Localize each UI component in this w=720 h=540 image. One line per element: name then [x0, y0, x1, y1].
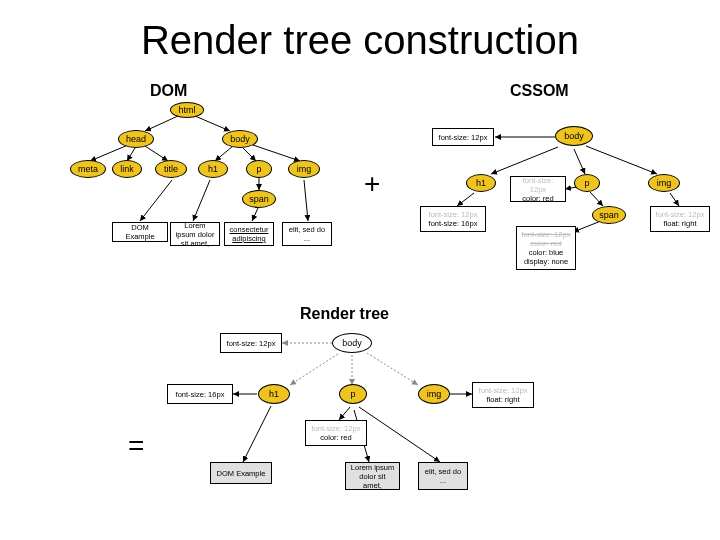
svg-line-4 — [145, 146, 168, 161]
svg-line-15 — [574, 149, 585, 174]
dom-node-img: img — [288, 160, 320, 178]
cssom-body-css: font-size: 12px — [432, 128, 494, 146]
cssom-p-css: font-size: 12pxcolor: red — [510, 176, 566, 202]
svg-line-31 — [359, 407, 440, 462]
svg-line-12 — [304, 180, 308, 221]
dom-leaf-title: DOM Example — [112, 222, 168, 242]
render-p-css: font-size: 12pxcolor: red — [305, 420, 367, 446]
cssom-node-p: p — [574, 174, 600, 192]
svg-line-20 — [670, 193, 679, 206]
cssom-node-body: body — [555, 126, 593, 146]
render-node-h1: h1 — [258, 384, 290, 404]
dom-node-span: span — [242, 190, 276, 208]
svg-line-17 — [590, 192, 603, 206]
cssom-label: CSSOM — [510, 82, 569, 100]
cssom-node-h1: h1 — [466, 174, 496, 192]
dom-leaf-img: elit, sed do ... — [282, 222, 332, 246]
svg-line-6 — [243, 148, 256, 161]
render-node-body: body — [332, 333, 372, 353]
svg-line-11 — [252, 208, 258, 221]
render-img-css: font-size: 12pxfloat: right — [472, 382, 534, 408]
dom-label: DOM — [150, 82, 187, 100]
render-leaf-p: Lorem ipsum dolor sit amet, — [345, 462, 400, 490]
svg-line-21 — [573, 221, 601, 232]
svg-line-0 — [145, 116, 178, 131]
render-node-p: p — [339, 384, 367, 404]
cssom-span-css: font-size: 12px color: red color: blue d… — [516, 226, 576, 270]
render-label: Render tree — [300, 305, 389, 323]
dom-node-meta: meta — [70, 160, 106, 178]
svg-line-18 — [457, 193, 474, 206]
render-body-css: font-size: 12px — [220, 333, 282, 353]
svg-line-2 — [90, 145, 128, 161]
svg-line-23 — [290, 354, 338, 385]
dom-node-h1: h1 — [198, 160, 228, 178]
slide-title: Render tree construction — [0, 18, 720, 63]
cssom-node-img: img — [648, 174, 680, 192]
svg-line-27 — [339, 407, 350, 420]
plus-operator: + — [364, 168, 380, 200]
render-leaf-img: elit, sed do ... — [418, 462, 468, 490]
svg-line-14 — [491, 147, 558, 174]
cssom-node-span: span — [592, 206, 626, 224]
svg-line-7 — [253, 145, 300, 161]
equals-operator: = — [128, 430, 144, 462]
dom-node-html: html — [170, 102, 204, 118]
dom-node-head: head — [118, 130, 154, 148]
cssom-h1-css: font-size: 12pxfont-size: 16px — [420, 206, 486, 232]
render-h1-css: font-size: 16px — [167, 384, 233, 404]
render-node-img: img — [418, 384, 450, 404]
dom-leaf-span: consectetur adipiscing — [224, 222, 274, 246]
dom-node-p: p — [246, 160, 272, 178]
dom-node-body: body — [222, 130, 258, 148]
render-leaf-h1: DOM Example — [210, 462, 272, 484]
dom-node-link: link — [112, 160, 142, 178]
svg-line-10 — [193, 180, 210, 221]
svg-line-5 — [215, 146, 233, 161]
svg-line-25 — [367, 353, 418, 385]
cssom-img-css: font-size: 12pxfloat: right — [650, 206, 710, 232]
dom-leaf-h1: Lorem ipsum dolor sit amet, — [170, 222, 220, 246]
svg-line-1 — [195, 116, 230, 131]
dom-node-title: title — [155, 160, 187, 178]
svg-line-9 — [140, 180, 172, 221]
svg-line-16 — [586, 146, 657, 174]
svg-line-29 — [243, 406, 271, 462]
